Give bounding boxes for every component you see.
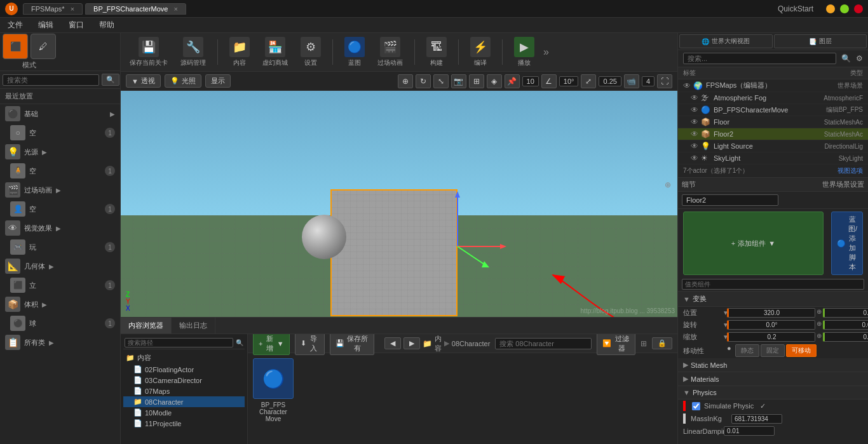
transform-section-header[interactable]: ▼ 变换 xyxy=(678,292,868,307)
toolbar-save[interactable]: 💾 保存当前关卡 xyxy=(126,36,172,69)
search-button[interactable]: 🔍 xyxy=(102,74,119,86)
angle-icon-btn[interactable]: ∠ xyxy=(541,74,557,88)
pos-x-lock-icon[interactable]: ⊕ xyxy=(817,308,822,318)
outline-item-3[interactable]: 👁 📦 Floor StaticMeshAc xyxy=(678,116,868,128)
blueprint-button[interactable]: 🔵 蓝图/添加脚本 xyxy=(831,212,863,275)
eye-icon-3[interactable]: 👁 xyxy=(691,118,698,126)
minimize-button[interactable] xyxy=(826,4,835,13)
mobility-movable-btn[interactable]: 可移动 xyxy=(786,344,817,357)
tree-projectile[interactable]: 📄 11Projectile xyxy=(123,418,245,429)
rotate-icon-btn[interactable]: ↻ xyxy=(416,74,431,88)
toolbar-source[interactable]: 🔧 源码管理 xyxy=(177,36,210,69)
search-input[interactable] xyxy=(3,74,99,86)
scene-sphere[interactable] xyxy=(302,215,346,259)
eye-icon-2[interactable]: 👁 xyxy=(691,105,698,114)
toolbar-blueprint[interactable]: 🔵 蓝图 xyxy=(341,36,369,69)
tree-content[interactable]: 📁 内容 xyxy=(123,352,245,364)
content-search-input[interactable] xyxy=(495,338,592,349)
category-vfx[interactable]: 👁 视觉效果 ▶ xyxy=(0,219,120,238)
materials-section-header[interactable]: ▶ Materials xyxy=(678,372,868,386)
toolbar-content[interactable]: 📁 内容 xyxy=(226,36,254,69)
outline-item-6[interactable]: 👁 ☀ SkyLight SkyLight xyxy=(678,152,868,165)
mode-paint-btn[interactable]: 🖊 xyxy=(31,34,56,59)
rot-y-input[interactable] xyxy=(823,320,868,330)
linear-damping-input[interactable] xyxy=(724,426,775,436)
component-search-input[interactable] xyxy=(682,279,864,290)
lock-button[interactable]: 🔒 xyxy=(652,337,672,349)
eye-icon-0[interactable]: 👁 xyxy=(683,81,691,90)
maximize-button[interactable] xyxy=(840,4,849,13)
tree-modle[interactable]: 📄 10Modle xyxy=(123,407,245,418)
tab-fpsmaps[interactable]: FPSMaps* × xyxy=(23,3,83,15)
scale-x-input[interactable] xyxy=(727,332,815,342)
outline-search-input[interactable] xyxy=(683,53,836,64)
tree-camera[interactable]: 📄 03CameraDirector xyxy=(123,375,245,386)
menu-edit[interactable]: 编辑 xyxy=(36,18,56,32)
simulate-physics-checkbox[interactable] xyxy=(692,402,700,410)
outline-settings-icon[interactable]: ⚙ xyxy=(856,54,863,63)
category-light[interactable]: 💡 光源 ▶ xyxy=(0,142,120,161)
snap-icon-btn[interactable]: 📌 xyxy=(505,74,520,88)
tab-content-browser[interactable]: 内容浏览器 xyxy=(121,318,172,333)
scale-y-input[interactable] xyxy=(823,332,868,342)
pos-y-input[interactable] xyxy=(823,308,868,318)
mode-select-btn[interactable]: ⬛ xyxy=(3,34,28,59)
grid-icon-btn[interactable]: ⊞ xyxy=(469,74,484,88)
back-button[interactable]: ◀ xyxy=(384,337,401,349)
category-cinematic[interactable]: 🎬 过场动画 ▶ xyxy=(0,180,120,199)
outline-item-4[interactable]: 👁 📦 Floor2 StaticMeshAc xyxy=(678,128,868,140)
tab-close-fpsmaps[interactable]: × xyxy=(71,5,74,13)
show-btn[interactable]: 显示 xyxy=(205,74,231,88)
outline-item-2[interactable]: 👁 🔵 BP_FPSCharacterMove 编辑BP_FPS xyxy=(678,104,868,116)
scene-cube[interactable] xyxy=(330,189,458,316)
toolbar-more-icon[interactable]: » xyxy=(543,46,549,58)
menu-file[interactable]: 文件 xyxy=(5,18,25,32)
outline-item-0[interactable]: 👁 🌍 FPSMaps（编辑器） 世界场景 xyxy=(678,79,868,92)
camera-speed-btn[interactable]: 📹 xyxy=(624,74,639,88)
add-component-button[interactable]: + 添加组件 ▼ xyxy=(683,212,824,275)
asset-bp-fps[interactable]: 🔵 BP_FPSCharacterMove xyxy=(253,358,294,422)
category-basic[interactable]: ⚫ 基础 ▶ xyxy=(0,104,120,123)
menu-window[interactable]: 窗口 xyxy=(66,18,86,32)
tree-character[interactable]: 📁 08Character xyxy=(123,396,245,407)
viewport[interactable]: Z Y X http://blog.itpub.blog ... 3953825… xyxy=(121,91,677,317)
eye-icon-5[interactable]: 👁 xyxy=(691,142,698,151)
eye-icon-4[interactable]: 👁 xyxy=(691,130,698,138)
actor-name-input[interactable] xyxy=(682,194,778,206)
static-mesh-section-header[interactable]: ▶ Static Mesh xyxy=(678,358,868,372)
import-button[interactable]: ⬇ 导入 xyxy=(295,334,325,355)
toolbar-marketplace[interactable]: 🏪 虚幻商城 xyxy=(259,36,292,69)
scale-value-btn[interactable]: ⤢ xyxy=(581,74,596,88)
tab-world-outliner[interactable]: 🌐 世界大纲视图 xyxy=(679,34,773,48)
tree-item-empty2[interactable]: 🧍 空 1 xyxy=(0,161,120,180)
surface-icon-btn[interactable]: ◈ xyxy=(487,74,502,88)
category-geometry[interactable]: 📐 几何体 ▶ xyxy=(0,257,120,276)
scale-icon-btn[interactable]: ⤡ xyxy=(433,74,449,88)
fullscreen-btn[interactable]: ⛶ xyxy=(657,74,672,88)
rot-x-icon[interactable]: ⊕ xyxy=(817,320,822,330)
menu-help[interactable]: 帮助 xyxy=(97,18,117,32)
tree-item-cube[interactable]: ⬛ 立 1 xyxy=(0,276,120,295)
tab-close-bp-fps[interactable]: × xyxy=(174,5,178,13)
tree-item-play[interactable]: 🎮 玩 1 xyxy=(0,238,120,257)
mobility-static-btn[interactable]: 静态 xyxy=(735,344,759,357)
lighting-btn[interactable]: 💡 光照 xyxy=(165,74,201,88)
eye-icon-1[interactable]: 👁 xyxy=(691,93,698,102)
close-button[interactable] xyxy=(854,4,863,13)
filter-button[interactable]: 🔽 过滤器 xyxy=(597,334,635,355)
physics-section-header[interactable]: ▼ Physics xyxy=(678,386,868,400)
toolbar-cinematic[interactable]: 🎬 过场动画 xyxy=(374,36,407,69)
tree-floating[interactable]: 📄 02FloatingActor xyxy=(123,364,245,375)
toolbar-play[interactable]: ▶ 播放 xyxy=(510,36,538,69)
outline-item-5[interactable]: 👁 💡 Light Source DirectionalLig xyxy=(678,140,868,152)
world-settings-label[interactable]: 世界场景设置 xyxy=(822,180,864,189)
content-options-icon[interactable]: ⊞ xyxy=(641,339,647,348)
tab-bp-fps[interactable]: BP_FPSCharacterMove × xyxy=(85,3,186,15)
scale-x-icon[interactable]: ⊕ xyxy=(817,332,822,342)
category-volume[interactable]: 📦 体积 ▶ xyxy=(0,295,120,314)
tree-item-empty3[interactable]: 👤 空 1 xyxy=(0,199,120,219)
view-select-button[interactable]: 视图选项 xyxy=(837,166,863,175)
toolbar-build[interactable]: 🏗 构建 xyxy=(423,36,451,69)
tab-layers[interactable]: 📑 图层 xyxy=(774,34,867,48)
masskg-input[interactable] xyxy=(731,414,782,424)
